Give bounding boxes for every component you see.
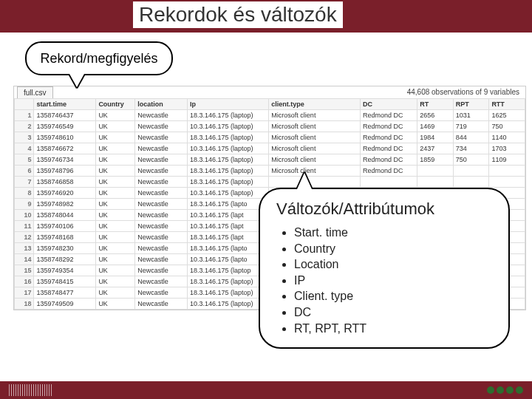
cell-clienttype: Microsoft client	[269, 143, 361, 154]
cell-ip: 18.3.146.175 (laptop)	[187, 166, 268, 177]
cell-rpt: 734	[453, 143, 489, 154]
cell-rpt: 844	[453, 132, 489, 143]
cell-location: Newcastle	[135, 243, 188, 254]
cell-ip: 18.3.146.175 (laptop)	[187, 276, 268, 287]
cell-location: Newcastle	[135, 154, 188, 166]
cell-rownum: 7	[15, 177, 34, 188]
list-item: RT, RPT, RTT	[294, 321, 492, 337]
cell-ip: 10.3.146.175 (lapto	[187, 254, 268, 265]
cell-ip: 18.3.146.175 (lapto	[187, 243, 268, 254]
cell-location: Newcastle	[135, 132, 188, 143]
table-row[interactable]: 11358746437UKNewcastle18.3.146.175 (lapt…	[15, 110, 525, 121]
col-ip[interactable]: Ip	[187, 99, 268, 110]
table-row[interactable]: 71358746858UKNewcastle18.3.146.175 (lapt…	[15, 177, 525, 188]
cell-location: Newcastle	[135, 110, 188, 121]
col-starttime[interactable]: start.time	[34, 99, 96, 110]
cell-country: UK	[96, 276, 135, 287]
cell-location: Newcastle	[135, 287, 188, 299]
table-row[interactable]: 51359746734UKNewcastle18.3.146.175 (lapt…	[15, 154, 525, 166]
cell-starttime: 1359746549	[34, 121, 96, 132]
callout-record-label: Rekord/megfigyelés	[40, 51, 157, 66]
cell-location: Newcastle	[135, 188, 188, 199]
cell-starttime: 1359749354	[34, 265, 96, 276]
cell-ip: 18.3.146.175 (laptop	[187, 265, 268, 276]
cell-rownum: 17	[15, 287, 34, 299]
col-country[interactable]: Country	[96, 99, 135, 110]
col-clienttype[interactable]: client.type	[269, 99, 361, 110]
col-dc[interactable]: DC	[360, 99, 417, 110]
cell-rownum: 11	[15, 221, 34, 232]
cell-rtt: 1140	[489, 132, 525, 143]
cell-starttime: 1359748982	[34, 199, 96, 210]
cell-country: UK	[96, 265, 135, 276]
col-rt[interactable]: RT	[417, 99, 454, 110]
cell-location: Newcastle	[135, 254, 188, 265]
cell-country: UK	[96, 221, 135, 232]
cell-location: Newcastle	[135, 166, 188, 177]
cell-location: Newcastle	[135, 265, 188, 276]
cell-country: UK	[96, 254, 135, 265]
cell-starttime: 1358746437	[34, 110, 96, 121]
cell-ip: 18.3.146.175 (lapt	[187, 232, 268, 243]
cell-rownum: 2	[15, 121, 34, 132]
cell-dc	[360, 177, 417, 188]
cell-ip: 18.3.146.175 (laptop)	[187, 177, 268, 188]
cell-rt	[417, 177, 454, 188]
list-item: IP	[294, 273, 492, 289]
cell-clienttype: Microsoft client	[269, 166, 361, 177]
cell-ip: 18.3.146.175 (lapto	[187, 199, 268, 210]
cell-rt: 1859	[417, 154, 454, 166]
cell-rownum: 18	[15, 299, 34, 310]
table-row[interactable]: 21359746549UKNewcastle10.3.146.175 (lapt…	[15, 121, 525, 132]
cell-rownum: 9	[15, 199, 34, 210]
cell-ip: 18.3.146.175 (laptop)	[187, 110, 268, 121]
table-row[interactable]: 61359748796UKNewcastle18.3.146.175 (lapt…	[15, 166, 525, 177]
cell-rtt: 1625	[489, 110, 525, 121]
cell-starttime: 1359748610	[34, 132, 96, 143]
cell-rtt: 750	[489, 121, 525, 132]
cell-rownum: 14	[15, 254, 34, 265]
table-header-row: start.time Country location Ip client.ty…	[15, 99, 525, 110]
cell-rt: 2656	[417, 110, 454, 121]
cell-rpt: 719	[453, 121, 489, 132]
cell-country: UK	[96, 299, 135, 310]
cell-country: UK	[96, 243, 135, 254]
table-tab[interactable]: full.csv	[17, 86, 53, 98]
table-row[interactable]: 31359748610UKNewcastle18.3.146.175 (lapt…	[15, 132, 525, 143]
cell-starttime: 1358748292	[34, 254, 96, 265]
cell-starttime: 1359748796	[34, 166, 96, 177]
cell-country: UK	[96, 121, 135, 132]
cell-location: Newcastle	[135, 210, 188, 221]
cell-rownum: 10	[15, 210, 34, 221]
cell-rownum: 3	[15, 132, 34, 143]
list-item: Client. type	[294, 288, 492, 304]
cell-rownum: 8	[15, 188, 34, 199]
page-title: Rekordok és változók	[133, 1, 343, 28]
col-location[interactable]: location	[135, 99, 188, 110]
cell-clienttype: Microsoft client	[269, 110, 361, 121]
footer-logo	[9, 384, 53, 396]
col-rpt[interactable]: RPT	[453, 99, 489, 110]
cell-starttime: 1359748168	[34, 232, 96, 243]
cell-rownum: 13	[15, 243, 34, 254]
col-rtt[interactable]: RTT	[489, 99, 525, 110]
cell-starttime: 1358748044	[34, 210, 96, 221]
table-row[interactable]: 41358746672UKNewcastle10.3.146.175 (lapt…	[15, 143, 525, 154]
cell-rownum: 12	[15, 232, 34, 243]
cell-ip: 10.3.146.175 (lapt	[187, 221, 268, 232]
callout-variables-list: Start. time Country Location IP Client. …	[294, 225, 492, 336]
cell-location: Newcastle	[135, 199, 188, 210]
cell-starttime: 1359746920	[34, 188, 96, 199]
cell-rpt: 750	[453, 154, 489, 166]
cell-ip: 18.3.146.175 (laptop)	[187, 287, 268, 299]
cell-rownum: 4	[15, 143, 34, 154]
cell-dc: Redmond DC	[360, 132, 417, 143]
list-item: DC	[294, 304, 492, 321]
callout-variables-title: Változók/Attribútumok	[276, 200, 492, 219]
cell-rownum: 1	[15, 110, 34, 121]
cell-starttime: 1358748477	[34, 287, 96, 299]
cell-country: UK	[96, 154, 135, 166]
cell-starttime: 1358746858	[34, 177, 96, 188]
cell-rtt: 1109	[489, 154, 525, 166]
cell-ip: 18.3.146.175 (laptop)	[187, 132, 268, 143]
